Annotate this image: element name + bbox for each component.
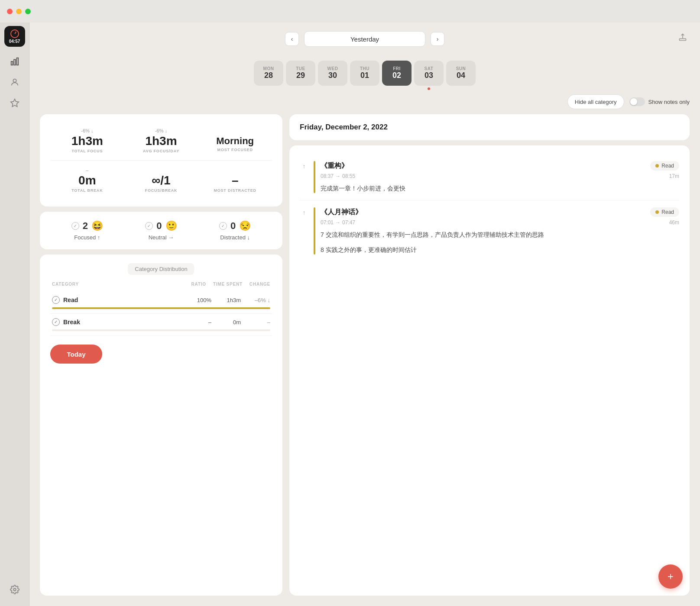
main-content: ‹ Yesterday › MON 28 TUE 29 xyxy=(29,23,700,606)
session-note-1-0: 完成第一章！小步前进，会更快 xyxy=(321,184,679,193)
session-tag-1: Read xyxy=(650,161,679,171)
day-friday[interactable]: FRI 02 xyxy=(382,61,412,86)
most-distracted-label: MOST DISTRACTED xyxy=(214,188,256,193)
cat-change-read: –6% ↓ xyxy=(244,297,270,303)
mood-count-neutral: 0 xyxy=(156,220,162,232)
avg-focus-change: -6% ↓ xyxy=(155,128,167,133)
total-focus-value: 1h3m xyxy=(71,134,103,148)
right-panel: Friday, December 2, 2022 ↑ 《重构》 Rea xyxy=(289,114,690,596)
show-notes-label: Show notes only xyxy=(648,99,690,105)
focus-break-value: ∞/1 xyxy=(152,174,170,187)
add-button[interactable]: + xyxy=(658,564,683,589)
session-tag-dot-1 xyxy=(655,164,659,168)
hide-category-button[interactable]: Hide all category xyxy=(567,94,624,109)
mood-grid: ✓ 2 😆 Focused ↑ ✓ 0 🙂 xyxy=(50,220,272,241)
svg-point-3 xyxy=(13,79,16,82)
today-button[interactable]: Today xyxy=(50,345,102,364)
session-tag-2: Read xyxy=(650,207,679,217)
most-distracted-value: – xyxy=(232,174,239,187)
cat-bar-break xyxy=(52,329,270,331)
cat-check-break[interactable]: ✓ xyxy=(52,318,60,326)
session-note-2-0: 7 交流和组织的重要性，有学到一点思路，产品负责人作为管理辅助技术主管的思路 xyxy=(321,230,679,239)
total-break-value: 0m xyxy=(78,174,96,187)
cat-ratio-read: 100% xyxy=(185,297,211,303)
avg-focus-value: 1h3m xyxy=(145,134,177,148)
svg-rect-2 xyxy=(16,58,18,65)
today-button-container: Today xyxy=(50,343,272,364)
stats-card: -6% ↓ 1h3m TOTAL FOCUS -6% ↓ 1h3m AVG FO… xyxy=(40,114,282,206)
session-content-2: 《人月神话》 Read 07:01 → 07:47 46m xyxy=(321,207,679,255)
mood-check-distracted: ✓ xyxy=(219,222,227,230)
app-window: 04:57 xyxy=(0,23,700,606)
mood-check-neutral: ✓ xyxy=(145,222,153,230)
category-row-read: ✓ Read 100% 1h3m –6% ↓ xyxy=(50,292,272,314)
sessions-card: ↑ 《重构》 Read 08:37 xyxy=(289,145,690,596)
close-button[interactable] xyxy=(7,9,13,14)
cat-name-read: ✓ Read xyxy=(52,296,182,304)
settings-button[interactable] xyxy=(5,580,24,599)
sidebar-item-analytics[interactable] xyxy=(5,52,24,71)
svg-rect-5 xyxy=(680,39,686,40)
today-indicator xyxy=(428,87,430,90)
export-button[interactable] xyxy=(676,30,690,44)
mood-focused: ✓ 2 😆 Focused ↑ xyxy=(50,220,124,241)
session-time-2: 07:01 → 07:47 46m xyxy=(321,219,679,226)
category-card: Category Distribution CATEGORY RATIO TIM… xyxy=(40,255,282,596)
day-wednesday[interactable]: WED 30 xyxy=(318,61,347,86)
mood-card: ✓ 2 😆 Focused ↑ ✓ 0 🙂 xyxy=(40,212,282,249)
most-focused-label: MOST FOCUSED xyxy=(217,148,253,152)
session-tag-dot-2 xyxy=(655,210,659,214)
session-bar-2 xyxy=(314,207,315,255)
stats-grid-2: – 0m TOTAL BREAK – ∞/1 FOCUS/BREAK – – xyxy=(50,164,272,196)
filter-row: Hide all category Show notes only xyxy=(29,89,700,114)
session-arrow-2: ↑ xyxy=(300,207,308,255)
prev-day-button[interactable]: ‹ xyxy=(285,32,299,46)
col-category: CATEGORY xyxy=(52,282,184,287)
session-note-2-1: 8 实践之外的事，更准确的时间估计 xyxy=(321,245,679,255)
svg-rect-1 xyxy=(14,59,16,65)
category-title: Category Distribution xyxy=(128,263,194,275)
date-display[interactable]: Yesterday xyxy=(304,31,425,47)
session-tag-label-2: Read xyxy=(661,209,674,215)
day-monday[interactable]: MON 28 xyxy=(254,61,283,86)
mood-emoji-distracted: 😒 xyxy=(239,220,251,232)
session-content-1: 《重构》 Read 08:37 → 08:55 17m xyxy=(321,161,679,193)
week-nav: MON 28 TUE 29 WED 30 THU 01 FRI 02 xyxy=(254,61,476,86)
date-header-card: Friday, December 2, 2022 xyxy=(289,114,690,140)
mood-neutral: ✓ 0 🙂 Neutral → xyxy=(124,220,198,241)
day-sunday[interactable]: SUN 04 xyxy=(446,61,476,86)
maximize-button[interactable] xyxy=(25,9,31,14)
cat-check-read[interactable]: ✓ xyxy=(52,296,60,304)
session-item-2: ↑ 《人月神话》 Read 07:01 xyxy=(300,200,679,261)
show-notes-toggle-container: Show notes only xyxy=(629,97,690,106)
svg-point-4 xyxy=(13,588,16,591)
sidebar-item-favorites[interactable] xyxy=(5,93,24,113)
cat-time-break: 0m xyxy=(215,319,241,326)
date-nav: ‹ Yesterday › xyxy=(285,31,444,47)
total-focus-change: -6% ↓ xyxy=(81,128,93,133)
top-nav: ‹ Yesterday › MON 28 TUE 29 xyxy=(29,23,700,89)
category-row-break: ✓ Break – 0m – xyxy=(50,314,272,336)
session-title-2: 《人月神话》 xyxy=(321,208,362,217)
category-table-header: CATEGORY RATIO TIME SPENT CHANGE xyxy=(50,282,272,287)
col-time: TIME SPENT xyxy=(213,282,243,287)
stat-total-focus: -6% ↓ 1h3m TOTAL FOCUS xyxy=(50,125,124,157)
stat-total-break: – 0m TOTAL BREAK xyxy=(50,164,124,196)
mood-count-distracted: 0 xyxy=(230,220,236,232)
session-time-1: 08:37 → 08:55 17m xyxy=(321,173,679,179)
show-notes-toggle[interactable] xyxy=(629,97,645,106)
avg-focus-label: AVG FOCUS/DAY xyxy=(143,149,179,153)
mood-emoji-neutral: 🙂 xyxy=(165,220,177,232)
day-thursday[interactable]: THU 01 xyxy=(350,61,379,86)
session-tag-label-1: Read xyxy=(661,163,674,169)
minimize-button[interactable] xyxy=(16,9,22,14)
stat-most-distracted: – – MOST DISTRACTED xyxy=(198,164,272,196)
day-saturday[interactable]: SAT 03 xyxy=(414,61,444,86)
mood-label-focused: Focused ↑ xyxy=(74,234,100,241)
next-day-button[interactable]: › xyxy=(431,32,444,46)
day-tuesday[interactable]: TUE 29 xyxy=(286,61,315,86)
total-focus-label: TOTAL FOCUS xyxy=(71,149,103,153)
sidebar-item-profile[interactable] xyxy=(5,73,24,92)
timer-value: 04:57 xyxy=(9,39,20,44)
timer-widget[interactable]: 04:57 xyxy=(4,26,25,47)
